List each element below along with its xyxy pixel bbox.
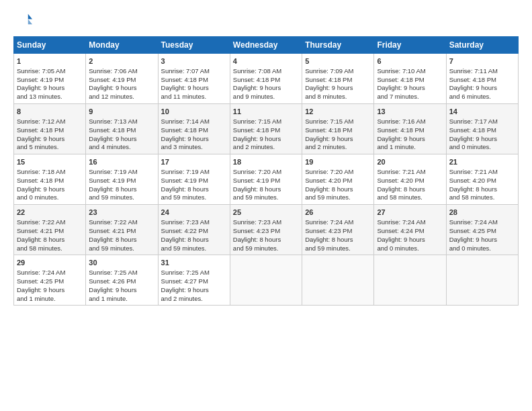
day-info: and 59 minutes. — [305, 244, 371, 253]
calendar-cell: 3Sunrise: 7:07 AMSunset: 4:18 PMDaylight… — [158, 54, 230, 104]
calendar-cell: 6Sunrise: 7:10 AMSunset: 4:18 PMDaylight… — [374, 54, 446, 104]
day-info: Sunrise: 7:21 AM — [449, 168, 515, 177]
day-info: and 0 minutes. — [449, 143, 515, 152]
day-info: Sunrise: 7:24 AM — [449, 218, 515, 227]
day-info: Sunrise: 7:05 AM — [17, 67, 83, 76]
header — [13, 11, 519, 30]
day-info: Sunset: 4:23 PM — [305, 227, 371, 236]
calendar-cell: 28Sunrise: 7:24 AMSunset: 4:25 PMDayligh… — [446, 205, 518, 255]
day-number: 3 — [161, 56, 227, 66]
week-row-1: 1Sunrise: 7:05 AMSunset: 4:19 PMDaylight… — [14, 54, 519, 104]
day-number: 17 — [161, 157, 227, 167]
day-info: Sunset: 4:21 PM — [17, 227, 83, 236]
calendar-cell: 2Sunrise: 7:06 AMSunset: 4:19 PMDaylight… — [86, 54, 158, 104]
day-info: Daylight: 8 hours — [17, 236, 83, 244]
calendar-cell: 7Sunrise: 7:11 AMSunset: 4:18 PMDaylight… — [446, 54, 518, 104]
day-info: Daylight: 9 hours — [89, 286, 154, 295]
svg-marker-0 — [28, 14, 32, 19]
day-info: and 7 minutes. — [377, 93, 443, 101]
day-info: and 13 minutes. — [17, 93, 83, 101]
day-info: Sunrise: 7:15 AM — [305, 118, 371, 126]
calendar-body: 1Sunrise: 7:05 AMSunset: 4:19 PMDaylight… — [14, 54, 519, 306]
day-info: Daylight: 8 hours — [161, 185, 227, 194]
day-info: Sunset: 4:23 PM — [233, 227, 299, 236]
logo-icon — [13, 11, 32, 30]
calendar-header: SundayMondayTuesdayWednesdayThursdayFrid… — [14, 37, 519, 54]
day-info: Sunrise: 7:25 AM — [89, 269, 154, 277]
day-info: and 2 minutes. — [233, 143, 299, 152]
calendar-cell — [302, 255, 374, 306]
day-info: Daylight: 8 hours — [89, 236, 154, 244]
day-number: 7 — [449, 56, 515, 66]
day-info: and 59 minutes. — [161, 193, 227, 202]
day-info: Sunset: 4:18 PM — [233, 76, 299, 85]
day-number: 27 — [377, 208, 443, 218]
day-info: and 2 minutes. — [305, 143, 371, 152]
day-info: Sunset: 4:18 PM — [305, 76, 371, 85]
day-info: Sunset: 4:27 PM — [161, 277, 227, 286]
day-info: Sunset: 4:19 PM — [89, 76, 154, 85]
day-number: 13 — [377, 107, 443, 117]
day-info: and 59 minutes. — [305, 193, 371, 202]
day-info: Sunrise: 7:22 AM — [17, 218, 83, 227]
calendar-cell: 5Sunrise: 7:09 AMSunset: 4:18 PMDaylight… — [302, 54, 374, 104]
day-info: and 3 minutes. — [161, 143, 227, 152]
day-info: and 59 minutes. — [233, 244, 299, 253]
day-number: 19 — [305, 157, 371, 167]
day-info: Sunrise: 7:19 AM — [161, 168, 227, 177]
day-info: Sunrise: 7:08 AM — [233, 67, 299, 76]
svg-marker-1 — [28, 19, 32, 24]
calendar-cell: 29Sunrise: 7:24 AMSunset: 4:25 PMDayligh… — [14, 255, 86, 306]
day-info: Sunset: 4:20 PM — [449, 177, 515, 185]
day-info: Daylight: 9 hours — [89, 84, 154, 93]
day-number: 29 — [17, 258, 83, 268]
day-info: Sunset: 4:18 PM — [449, 126, 515, 135]
day-info: Sunset: 4:25 PM — [17, 277, 83, 286]
day-info: and 0 minutes. — [377, 244, 443, 253]
day-info: Sunrise: 7:14 AM — [161, 118, 227, 126]
day-info: and 59 minutes. — [89, 193, 154, 202]
day-number: 24 — [161, 208, 227, 218]
day-info: Daylight: 9 hours — [233, 135, 299, 144]
day-info: and 5 minutes. — [17, 143, 83, 152]
day-info: Daylight: 8 hours — [305, 185, 371, 194]
day-info: Daylight: 9 hours — [17, 135, 83, 144]
calendar-cell: 17Sunrise: 7:19 AMSunset: 4:19 PMDayligh… — [158, 154, 230, 205]
day-info: Daylight: 9 hours — [305, 135, 371, 144]
day-number: 1 — [17, 56, 83, 66]
day-number: 9 — [89, 107, 154, 117]
day-info: and 6 minutes. — [449, 93, 515, 101]
day-info: Sunset: 4:18 PM — [377, 76, 443, 85]
day-number: 12 — [305, 107, 371, 117]
day-info: Daylight: 9 hours — [377, 236, 443, 244]
header-row: SundayMondayTuesdayWednesdayThursdayFrid… — [14, 37, 519, 54]
day-info: and 9 minutes. — [233, 93, 299, 101]
day-info: Daylight: 9 hours — [449, 236, 515, 244]
header-cell-thursday: Thursday — [302, 37, 374, 54]
header-cell-wednesday: Wednesday — [230, 37, 302, 54]
day-info: Sunset: 4:18 PM — [17, 126, 83, 135]
day-info: and 0 minutes. — [17, 193, 83, 202]
day-info: and 0 minutes. — [449, 244, 515, 253]
day-info: Daylight: 9 hours — [449, 84, 515, 93]
page: SundayMondayTuesdayWednesdayThursdayFrid… — [0, 0, 532, 411]
day-info: Sunrise: 7:20 AM — [233, 168, 299, 177]
day-number: 2 — [89, 56, 154, 66]
week-row-3: 15Sunrise: 7:18 AMSunset: 4:18 PMDayligh… — [14, 154, 519, 205]
day-number: 31 — [161, 258, 227, 268]
week-row-2: 8Sunrise: 7:12 AMSunset: 4:18 PMDaylight… — [14, 104, 519, 154]
day-info: Sunset: 4:18 PM — [161, 126, 227, 135]
calendar-cell: 13Sunrise: 7:16 AMSunset: 4:18 PMDayligh… — [374, 104, 446, 154]
day-info: and 59 minutes. — [161, 244, 227, 253]
calendar-cell — [446, 255, 518, 306]
calendar-cell: 25Sunrise: 7:23 AMSunset: 4:23 PMDayligh… — [230, 205, 302, 255]
calendar-cell — [374, 255, 446, 306]
day-info: Sunset: 4:20 PM — [305, 177, 371, 185]
calendar-cell: 27Sunrise: 7:24 AMSunset: 4:24 PMDayligh… — [374, 205, 446, 255]
calendar-cell: 31Sunrise: 7:25 AMSunset: 4:27 PMDayligh… — [158, 255, 230, 306]
day-info: Sunrise: 7:21 AM — [377, 168, 443, 177]
day-info: Daylight: 9 hours — [305, 84, 371, 93]
day-info: Sunset: 4:18 PM — [17, 177, 83, 185]
day-info: Daylight: 8 hours — [305, 236, 371, 244]
day-info: Sunrise: 7:17 AM — [449, 118, 515, 126]
